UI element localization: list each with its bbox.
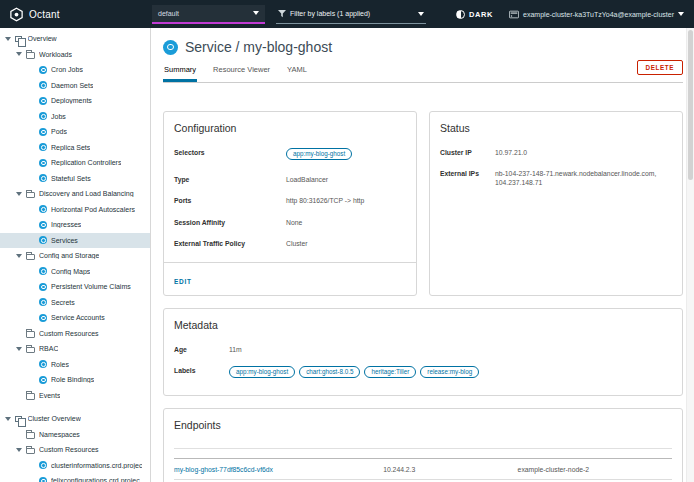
- summary-row: Type LoadBalancer: [174, 175, 406, 184]
- status-rows: Cluster IP 10.97.21.0 External IPs nb-10…: [430, 139, 682, 295]
- sidebar-item[interactable]: Service Accounts: [0, 310, 150, 326]
- cluster-context-select[interactable]: example-cluster-ka3TuTzYo4a@example-clus…: [509, 10, 684, 19]
- folder-icon: [26, 432, 35, 439]
- theme-label: DARK: [469, 10, 493, 19]
- sidebar-item-label: Workloads: [39, 51, 72, 58]
- sidebar-item-label: Jobs: [51, 113, 66, 120]
- sidebar-item[interactable]: Stateful Sets: [0, 171, 150, 187]
- res-icon: [39, 221, 47, 229]
- sidebar-item[interactable]: Jobs: [0, 109, 150, 125]
- summary-row-value: http 80:31626/TCP -> http: [286, 196, 364, 205]
- sidebar-item[interactable]: Custom Resources: [0, 442, 150, 458]
- sidebar-item-label: Replica Sets: [51, 144, 90, 151]
- summary-row-text: http 80:31626/TCP -> http: [286, 197, 364, 204]
- sidebar-item[interactable]: Deployments: [0, 93, 150, 109]
- sidebar-item[interactable]: Pods: [0, 124, 150, 140]
- endpoints-table-wrap: my-blog-ghost-77df85c6cd-vf6dx 10.244.2.…: [164, 436, 682, 482]
- sidebar-item[interactable]: Persistent Volume Claims: [0, 279, 150, 295]
- sidebar-item[interactable]: felixconfigurations.crd.projec: [0, 473, 150, 482]
- res-icon: [39, 298, 47, 306]
- main-content: Service / my-blog-ghost SummaryResource …: [152, 28, 694, 482]
- tab[interactable]: YAML: [286, 60, 308, 82]
- configuration-footer: EDIT: [164, 262, 416, 295]
- theme-toggle[interactable]: DARK: [456, 10, 493, 19]
- scrollbar-thumb[interactable]: [688, 30, 693, 180]
- sidebar-item[interactable]: Services: [0, 233, 150, 249]
- sidebar-item[interactable]: Namespaces: [0, 427, 150, 443]
- sidebar-nav: Overview Workloads Cron Jobs Daemon Sets…: [0, 28, 151, 482]
- label-filter-input[interactable]: Filter by labels (1 applied): [276, 5, 426, 24]
- sidebar-item[interactable]: Ingresses: [0, 217, 150, 233]
- sidebar-item[interactable]: Workloads: [0, 47, 150, 63]
- sidebar-item[interactable]: Role Bindings: [0, 372, 150, 388]
- summary-row: Labels app:my-blog-ghostchart:ghost-8.0.…: [174, 366, 672, 381]
- sidebar-item[interactable]: RBAC: [0, 341, 150, 357]
- sidebar-item-label: Roles: [51, 361, 69, 368]
- sidebar-item[interactable]: Config Maps: [0, 264, 150, 280]
- sidebar-item[interactable]: Cluster Overview: [0, 411, 150, 427]
- sidebar-item-label: Config and Storage: [39, 252, 99, 259]
- summary-row-text: 10.97.21.0: [495, 149, 527, 156]
- caret-down-icon[interactable]: [16, 254, 22, 258]
- summary-row-value: None: [286, 218, 302, 227]
- sidebar-item[interactable]: Custom Resources: [0, 326, 150, 342]
- caret-down-icon[interactable]: [16, 52, 22, 56]
- page-title: Service / my-blog-ghost: [185, 39, 332, 55]
- sidebar-item[interactable]: Roles: [0, 357, 150, 373]
- sidebar-item[interactable]: Replica Sets: [0, 140, 150, 156]
- brand: Octant: [0, 7, 152, 22]
- caret-down-icon[interactable]: [5, 417, 11, 421]
- edit-link[interactable]: EDIT: [174, 278, 192, 285]
- tab[interactable]: Resource Viewer: [212, 60, 271, 82]
- endpoint-row: my-blog-ghost-77df85c6cd-vf6dx 10.244.2.…: [174, 459, 672, 480]
- namespace-select[interactable]: default: [152, 5, 265, 24]
- delete-button[interactable]: DELETE: [637, 60, 683, 75]
- sidebar-item[interactable]: Horizontal Pod Autoscalers: [0, 202, 150, 218]
- summary-row-value: app:my-blog-ghostchart:ghost-8.0.5herita…: [229, 366, 483, 381]
- endpoint-target-link[interactable]: my-blog-ghost-77df85c6cd-vf6dx: [174, 466, 273, 473]
- summary-row-label: Type: [174, 175, 286, 184]
- sidebar-item[interactable]: Overview: [0, 31, 150, 47]
- sidebar-item-label: Pods: [51, 128, 67, 135]
- caret-down-icon[interactable]: [5, 37, 11, 41]
- sidebar-item[interactable]: Events: [0, 388, 150, 404]
- caret-down-icon[interactable]: [16, 347, 22, 351]
- sidebar-item-label: Config Maps: [51, 268, 90, 275]
- sidebar-item-label: Service Accounts: [51, 314, 105, 321]
- endpoint-ip: 10.244.2.3: [383, 459, 517, 480]
- sidebar-item[interactable]: clusterinformations.crd.projec: [0, 458, 150, 474]
- summary-row-text: None: [286, 219, 302, 226]
- res-icon: [39, 376, 47, 384]
- summary-row-text: Cluster: [286, 240, 308, 247]
- sidebar-item[interactable]: Cron Jobs: [0, 62, 150, 78]
- summary-row: External Traffic Policy Cluster: [174, 239, 406, 248]
- column-header: [174, 449, 383, 459]
- vertical-scrollbar[interactable]: [686, 28, 694, 482]
- column-header: [518, 449, 672, 459]
- sidebar-item[interactable]: Config and Storage: [0, 248, 150, 264]
- sidebar-item-label: felixconfigurations.crd.projec: [51, 477, 140, 482]
- metadata-card: Metadata Age 11m Labels app:my-blog-ghos…: [163, 308, 683, 396]
- res-icon: [39, 477, 47, 482]
- caret-down-icon[interactable]: [16, 448, 22, 452]
- sidebar-item[interactable]: Secrets: [0, 295, 150, 311]
- folder-icon: [26, 254, 35, 261]
- summary-row-label: External IPs: [440, 169, 495, 187]
- res-icon: [39, 314, 47, 322]
- res-icon: [39, 81, 47, 89]
- sidebar-item[interactable]: Discovery and Load Balancing: [0, 186, 150, 202]
- tab[interactable]: Summary: [163, 60, 197, 82]
- page-header: Service / my-blog-ghost: [163, 39, 683, 55]
- sidebar-item[interactable]: Replication Controllers: [0, 155, 150, 171]
- sidebar-item[interactable]: Daemon Sets: [0, 78, 150, 94]
- sidebar-item-label: Ingresses: [51, 221, 81, 228]
- sidebar-item-label: Stateful Sets: [51, 175, 91, 182]
- tabs-bar: SummaryResource ViewerYAML DELETE: [163, 60, 683, 83]
- cluster-context-label: example-cluster-ka3TuTzYo4a@example-clus…: [523, 11, 674, 18]
- summary-row-label: Age: [174, 345, 229, 354]
- res-icon: [39, 267, 47, 275]
- res-icon: [39, 97, 47, 105]
- res-icon: [39, 283, 47, 291]
- caret-down-icon[interactable]: [16, 192, 22, 196]
- res-icon: [39, 174, 47, 182]
